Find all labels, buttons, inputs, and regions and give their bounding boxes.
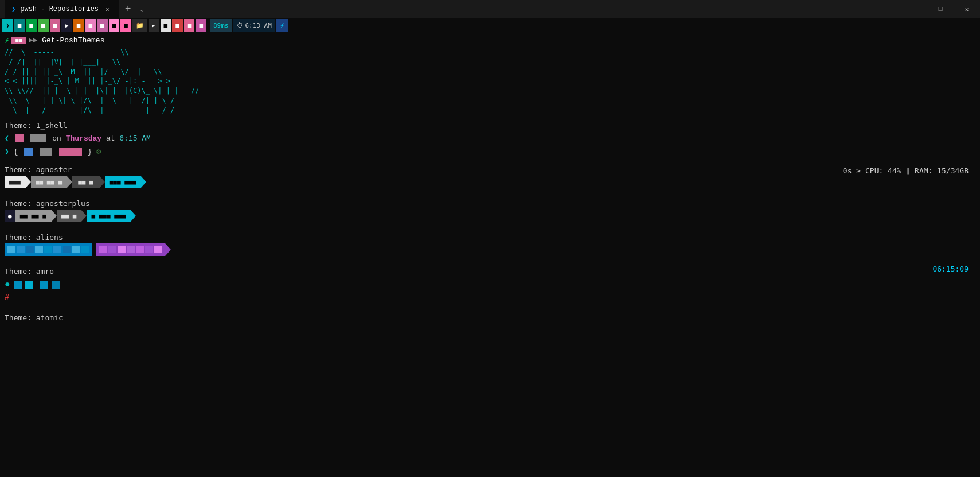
seg-green2: ■ <box>38 19 49 32</box>
amro-circle-icon: ● <box>5 278 10 293</box>
seg-teal: ■ <box>14 19 25 32</box>
amro-hash: # <box>5 293 975 302</box>
double-arrow: ►► <box>29 36 38 45</box>
theme-agnosterplus-label: Theme: agnosterplus <box>0 198 980 209</box>
ms-value: 89ms <box>213 22 229 29</box>
lightning-prompt-icon: ⚡ <box>5 36 9 45</box>
ag-white-seg: ■■■ <box>5 176 25 188</box>
aliens-arrow <box>165 243 171 256</box>
seg-orange1: ■ <box>73 19 84 32</box>
theme-amro-preview: ● # <box>0 277 980 303</box>
spacer2 <box>0 160 980 164</box>
spacer3 <box>0 189 980 198</box>
lightning-icon: ⚡ <box>280 21 284 30</box>
at-text: at <box>106 134 119 143</box>
amro-box2 <box>25 281 33 289</box>
aliens-bar <box>5 243 171 256</box>
color-box5 <box>59 148 82 156</box>
maximize-button[interactable]: □ <box>927 0 954 18</box>
seg-clock: ⏱ 6:13 AM <box>233 19 275 32</box>
seg-green1: ■ <box>26 19 37 32</box>
time-text: 6:15 AM <box>119 134 151 143</box>
amro-box3 <box>40 281 48 289</box>
seg-pink5: ■ <box>120 19 131 32</box>
tab-dropdown-button[interactable]: ⌄ <box>137 0 148 18</box>
ag-arrow4 <box>140 176 146 188</box>
seg-pink4: ■ <box>109 19 120 32</box>
clock-value: 06:15:09 <box>932 265 969 273</box>
agp-bullet: ● <box>5 210 15 222</box>
color-box3 <box>24 148 33 156</box>
theme-agnoster-label: Theme: agnoster <box>0 164 980 175</box>
tab-title: pwsh - Repositories <box>20 5 99 13</box>
clock-icon: ⏱ <box>237 22 243 29</box>
spacer6 <box>0 303 980 312</box>
titlebar-controls: ─ □ ✕ <box>901 0 980 18</box>
brace-close: } <box>88 148 97 156</box>
ag-cyan-seg: ■■■ ■■■ <box>105 176 140 188</box>
seg-pink2: ■ <box>85 19 96 32</box>
theme-1shell-label: Theme: 1_shell <box>0 120 980 131</box>
theme-aliens-preview <box>0 243 980 257</box>
spacer1 <box>0 115 980 120</box>
agp-gray: ■■ ■ <box>57 210 81 222</box>
seg-pink6: ■ <box>184 19 195 32</box>
amro-line1: ● <box>5 278 975 293</box>
agp-arrow1 <box>51 210 57 222</box>
command-line: ⚡ ■■ ►► Get-PoshThemes <box>0 34 980 46</box>
seg-pink1: ■ <box>50 19 61 32</box>
prompt-line1: ❮ on Thursday at 6:15 AM <box>5 132 975 145</box>
command-text: Get-PoshThemes <box>42 36 104 45</box>
ag-arrow3 <box>99 176 105 188</box>
amro-box4 <box>52 281 60 289</box>
seg-cyan1: ❯ <box>2 19 13 32</box>
ag-arrow2 <box>67 176 72 188</box>
top-prompt-bar: ❯ ■ ■ ■ ■ ▶ ■ ■ ■ ■ ■ 📁 ► ■ ■ ■ ■ 89ms ⏱… <box>0 18 980 32</box>
time-value: 6:13 AM <box>245 22 272 29</box>
spacer4 <box>0 223 980 232</box>
seg-lightning: ⚡ <box>276 19 288 32</box>
titlebar: ❯ pwsh - Repositories ✕ + ⌄ ─ □ ✕ <box>0 0 980 18</box>
ascii-art-display: // \ ----- _____ __ \\ / /| || |V| | |__… <box>0 46 980 115</box>
color-box2 <box>30 134 46 142</box>
seg-red1: ■ <box>172 19 183 32</box>
theme-agnoster-preview: ■■■ ■■ ■■ ■ ■■ ■ ■■■ ■■■ <box>0 175 980 189</box>
gear-icon: ⚙ <box>96 148 101 156</box>
aliens-blue-seg <box>5 243 92 256</box>
ag-gray-seg: ■■ ■■ ■ <box>31 176 67 188</box>
clock-display: 06:15:09 <box>932 265 969 273</box>
seg-white: ■ <box>161 19 171 32</box>
close-button[interactable]: ✕ <box>954 0 980 18</box>
seg-pink3: ■ <box>97 19 108 32</box>
agnoster-bar: ■■■ ■■ ■■ ■ ■■ ■ ■■■ ■■■ <box>5 176 146 188</box>
theme-agnosterplus-preview: ● ■■ ■■ ■ ■■ ■ ■ ■■■ ■■■ <box>0 209 980 223</box>
seg-arrow-nav: ► <box>149 19 159 32</box>
amro-box1 <box>14 281 22 289</box>
tab-icon: ❯ <box>11 5 15 14</box>
color-box4 <box>40 148 52 156</box>
theme-aliens-label: Theme: aliens <box>0 232 980 243</box>
spacer5 <box>0 257 980 266</box>
new-tab-button[interactable]: + <box>119 0 137 18</box>
minimize-button[interactable]: ─ <box>901 0 927 18</box>
aliens-purple-seg <box>96 243 171 256</box>
seg-folder-icon: 📁 <box>132 19 147 32</box>
status-right-panel: 0s ≥ CPU: 44% ‖ RAM: 15/34GB <box>843 166 969 175</box>
seg-nav-icon: ▶ <box>61 19 72 32</box>
chevron-gt: ❯ <box>5 148 9 156</box>
ag-arrow1 <box>25 176 31 188</box>
seg-ms: 89ms <box>210 19 232 32</box>
color-box1 <box>15 134 24 142</box>
ag-dark-seg: ■■ ■ <box>72 176 99 188</box>
theme-1shell-preview: ❮ on Thursday at 6:15 AM ❯ { } ⚙ <box>0 131 980 160</box>
on-text: on <box>52 134 65 143</box>
active-tab[interactable]: ❯ pwsh - Repositories ✕ <box>5 0 119 18</box>
chevron-left-icon: ❮ <box>5 134 9 143</box>
seg-pink7: ■ <box>196 19 206 32</box>
titlebar-left: ❯ pwsh - Repositories ✕ + ⌄ <box>5 0 901 18</box>
agp-arrow3 <box>130 210 136 222</box>
theme-atomic-label: Theme: atomic <box>0 312 980 323</box>
theme-amro-label: Theme: amro <box>0 266 980 277</box>
seg-pink-small: ■■ <box>11 37 26 44</box>
tab-close-button[interactable]: ✕ <box>103 5 112 14</box>
